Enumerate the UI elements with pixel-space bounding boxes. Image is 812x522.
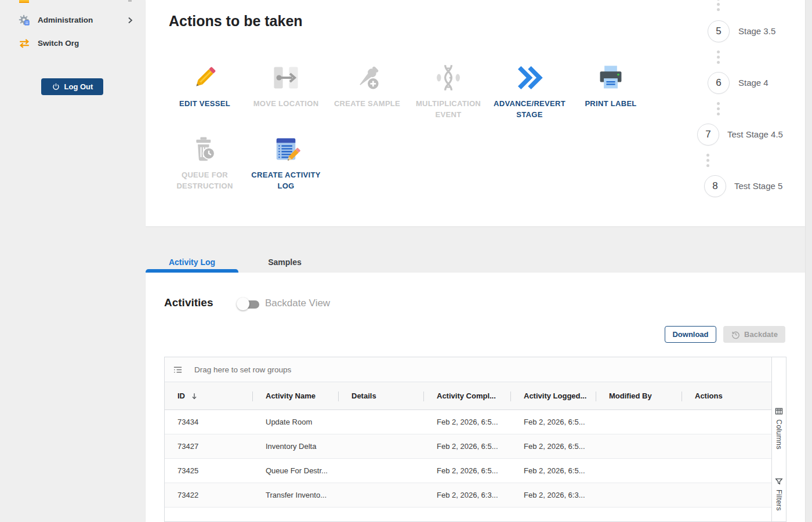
- action-label: EDIT VESSEL: [164, 98, 245, 109]
- cell-activity-compl: Feb 2, 2026, 6:3...: [424, 483, 511, 507]
- cell-id: 73434: [165, 410, 253, 434]
- sidebar-item-switch-org[interactable]: Switch Org: [0, 36, 145, 52]
- cell-activity-logged: Feb 2, 2026, 6:5...: [511, 410, 596, 434]
- sort-desc-icon: [190, 392, 198, 400]
- cell-actions: [682, 434, 772, 458]
- stepper-label: Test Stage 4.5: [727, 129, 783, 139]
- row-group-icon: [173, 365, 183, 375]
- action-advance-revert-stage[interactable]: ADVANCE/REVERT STAGE: [489, 63, 570, 120]
- activity-grid: Drag here to set row groups ID Activity …: [164, 357, 786, 522]
- cell-activity-logged: Feb 2, 2026, 6:3...: [511, 483, 596, 507]
- cell-activity-compl: Feb 2, 2026, 6:5...: [424, 410, 511, 434]
- side-panel-tab-columns[interactable]: Columns: [775, 407, 783, 449]
- columns-icon: [775, 407, 783, 415]
- activities-title: Activities: [164, 296, 213, 309]
- sidebar-item-label: Switch Org: [38, 39, 79, 48]
- stepper-circle-5: 5: [708, 20, 730, 42]
- chevron-right-icon: [125, 16, 135, 25]
- cell-actions: [682, 410, 772, 434]
- action-label: CREATE SAMPLE: [327, 98, 408, 109]
- stage-stepper: 5Stage 3.56Stage 47Test Stage 4.58Test S…: [690, 0, 805, 226]
- sidebar-item-label: Administration: [38, 16, 93, 24]
- column-header-label: Modified By: [609, 392, 652, 400]
- drop-zone-text: Drag here to set row groups: [194, 365, 291, 374]
- tab-activity-log[interactable]: Activity Log: [146, 252, 238, 273]
- backdate-view-toggle[interactable]: [237, 298, 262, 310]
- stepper-connector-dots: [717, 50, 720, 64]
- action-create-sample: CREATE SAMPLE: [327, 63, 408, 109]
- tab-bar: Activity LogSamples: [146, 252, 331, 273]
- action-label: MOVE LOCATION: [245, 98, 327, 109]
- cell-actions: [682, 459, 772, 483]
- action-label: ADVANCE/REVERT STAGE: [489, 98, 570, 120]
- action-move-location: MOVE LOCATION: [245, 63, 327, 109]
- printer-icon: [596, 63, 626, 93]
- action-edit-vessel[interactable]: EDIT VESSEL: [164, 63, 245, 109]
- download-button[interactable]: Download: [665, 326, 716, 343]
- action-print-label[interactable]: PRINT LABEL: [570, 63, 651, 109]
- cell-id: 73427: [165, 434, 253, 458]
- dna-icon: [433, 63, 463, 93]
- table-row-73427[interactable]: 73427Inventory DeltaFeb 2, 2026, 6:5...F…: [165, 434, 786, 459]
- column-header-activity-logged[interactable]: Activity Logged...: [511, 382, 596, 409]
- stepper-circle-7: 7: [697, 124, 719, 146]
- cell-details: [339, 459, 424, 483]
- cell-activity-compl: Feb 2, 2026, 6:5...: [424, 459, 511, 483]
- actions-panel-title: Actions to be taken: [169, 13, 303, 30]
- action-create-activity-log[interactable]: CREATE ACTIVITY LOG: [245, 134, 327, 191]
- action-multiplication-event: MULTIPLICATION EVENT: [408, 63, 489, 120]
- log-out-button[interactable]: Log Out: [41, 78, 103, 95]
- tab-samples[interactable]: Samples: [238, 252, 331, 273]
- cell-activity-name: Queue For Destr...: [253, 459, 339, 483]
- page-scrollbar[interactable]: [805, 0, 812, 522]
- column-header-id[interactable]: ID: [165, 382, 253, 409]
- cell-modified-by: [596, 410, 682, 434]
- action-label: QUEUE FOR DESTRUCTION: [164, 169, 245, 191]
- column-header-activity-compl[interactable]: Activity Compl...: [424, 382, 511, 409]
- gear-icon: [18, 14, 31, 27]
- column-header-modified-by[interactable]: Modified By: [596, 382, 682, 409]
- sidebar-item-administration[interactable]: Administration: [0, 13, 145, 29]
- side-panel-tab-filters[interactable]: Filters: [775, 477, 783, 511]
- cell-id: 73425: [165, 459, 253, 483]
- double-chevron-icon: [514, 63, 545, 93]
- column-header-activity-name[interactable]: Activity Name: [253, 382, 339, 409]
- move-location-icon: [271, 63, 301, 93]
- swap-arrows-icon: [18, 37, 31, 50]
- backdate-label: Backdate: [744, 330, 778, 339]
- activity-log-panel: Activities Backdate View Download Backda…: [146, 273, 805, 522]
- cell-activity-name: Inventory Delta: [253, 434, 339, 458]
- column-header-label: Activity Logged...: [524, 392, 586, 400]
- stepper-label: Stage 4: [738, 78, 768, 88]
- action-label: MULTIPLICATION EVENT: [408, 98, 489, 120]
- cell-modified-by: [596, 483, 682, 507]
- cell-activity-logged: Feb 2, 2026, 6:5...: [511, 459, 596, 483]
- table-row-73425[interactable]: 73425Queue For Destr...Feb 2, 2026, 6:5.…: [165, 459, 786, 483]
- column-header-label: ID: [177, 392, 185, 400]
- dropper-plus-icon: [352, 63, 382, 93]
- side-panel-tab-label: Columns: [775, 419, 783, 449]
- cell-activity-compl: Feb 2, 2026, 6:5...: [424, 434, 511, 458]
- note-pencil-icon: [271, 134, 301, 164]
- stepper-connector-dots: [706, 154, 709, 167]
- column-header-details[interactable]: Details: [339, 382, 424, 409]
- column-header-label: Details: [351, 392, 376, 400]
- backdate-button: Backdate: [723, 326, 785, 343]
- toggle-knob: [237, 298, 249, 310]
- cell-modified-by: [596, 459, 682, 483]
- actions-panel: Actions to be taken EDIT VESSEL MOVE LOC…: [146, 0, 805, 226]
- table-row-73422[interactable]: 73422Transfer Invento...Feb 2, 2026, 6:3…: [165, 483, 786, 507]
- cell-activity-name: Update Room: [253, 410, 339, 434]
- log-out-label: Log Out: [64, 82, 93, 91]
- stepper-label: Stage 3.5: [738, 26, 775, 36]
- stepper-circle-8: 8: [704, 175, 726, 197]
- trash-clock-icon: [190, 134, 220, 164]
- column-header-actions[interactable]: Actions: [682, 382, 772, 409]
- row-group-drop-zone[interactable]: Drag here to set row groups: [165, 357, 786, 382]
- grid-header-row: ID Activity NameDetailsActivity Compl...…: [165, 382, 786, 410]
- cell-activity-logged: Feb 2, 2026, 6:5...: [511, 434, 596, 458]
- table-row-73434[interactable]: 73434Update RoomFeb 2, 2026, 6:5...Feb 2…: [165, 410, 786, 434]
- pencil-icon: [190, 63, 220, 93]
- cell-actions: [682, 483, 772, 507]
- sidebar: Administration Switch Org Log Out: [0, 0, 145, 522]
